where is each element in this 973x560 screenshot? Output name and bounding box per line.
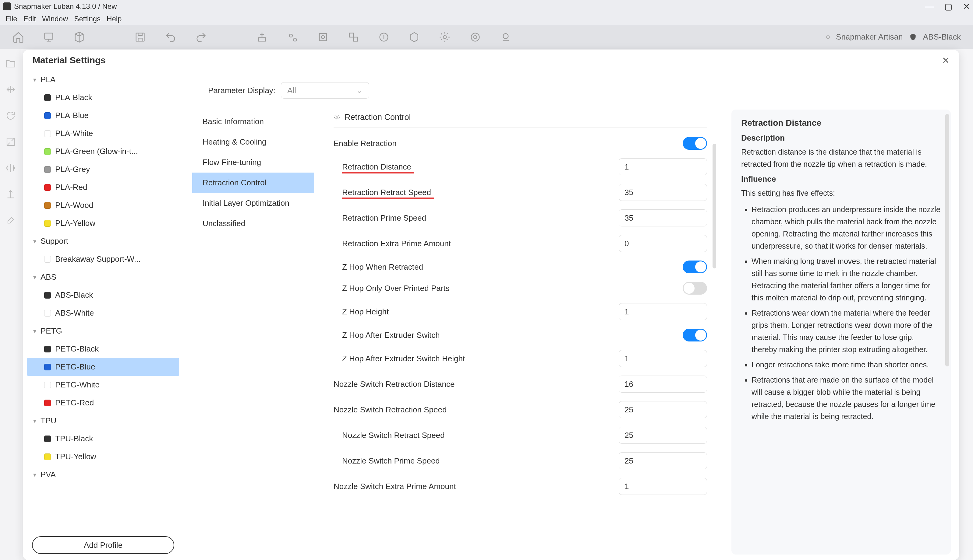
number-field[interactable] <box>625 239 716 248</box>
number-field[interactable] <box>625 354 716 363</box>
close-button[interactable]: ✕ <box>963 2 970 12</box>
arrange-icon[interactable] <box>347 31 359 43</box>
category-item[interactable]: Heating & Cooling <box>192 132 314 152</box>
number-field[interactable] <box>625 380 716 389</box>
toggle[interactable] <box>683 137 707 150</box>
toggle[interactable] <box>683 329 707 342</box>
add-shape-icon[interactable] <box>256 31 268 43</box>
folder-icon[interactable] <box>5 58 16 69</box>
desc-heading-influence: Influence <box>741 174 941 184</box>
menu-help[interactable]: Help <box>107 15 122 23</box>
tree-item[interactable]: ABS-Black <box>27 286 179 304</box>
number-input[interactable]: mm3 <box>619 478 707 495</box>
number-input[interactable]: mm/s <box>619 427 707 444</box>
desc-scrollbar[interactable] <box>945 114 949 550</box>
maximize-button[interactable]: ▢ <box>945 2 952 12</box>
toggle[interactable] <box>683 282 707 295</box>
undo-icon[interactable] <box>164 31 177 43</box>
toggle[interactable] <box>683 260 707 273</box>
menu-edit[interactable]: Edit <box>23 15 36 23</box>
number-field[interactable] <box>625 162 716 172</box>
tree-item[interactable]: PLA-Green (Glow-in-t... <box>27 142 179 160</box>
tree-item[interactable]: PLA-Red <box>27 178 179 196</box>
tree-item[interactable]: PETG-Red <box>27 394 179 412</box>
tree-item[interactable]: Breakaway Support-W... <box>27 250 179 268</box>
number-field[interactable] <box>625 456 716 466</box>
redo-icon[interactable] <box>195 31 207 43</box>
minimize-button[interactable]: — <box>925 2 934 12</box>
camera-icon[interactable] <box>500 31 512 43</box>
mirror-bg-icon[interactable] <box>5 163 16 173</box>
number-field[interactable] <box>625 405 716 415</box>
tree-item[interactable]: PLA-Grey <box>27 160 179 178</box>
tree-item[interactable]: TPU-Yellow <box>27 448 179 466</box>
gears-icon[interactable] <box>286 31 299 43</box>
category-item[interactable]: Unclassified <box>192 213 314 234</box>
scale-bg-icon[interactable] <box>5 137 16 147</box>
settings-scrollbar[interactable] <box>712 122 716 554</box>
number-input[interactable]: mm3 <box>619 235 707 252</box>
category-list: Basic InformationHeating & CoolingFlow F… <box>192 104 314 560</box>
category-item[interactable]: Initial Layer Optimization <box>192 193 314 213</box>
number-field[interactable] <box>625 431 716 440</box>
tree-item-label: TPU-Yellow <box>55 452 96 462</box>
tree-item[interactable]: PETG-Black <box>27 340 179 358</box>
tree-item[interactable]: PETG-Blue <box>27 358 179 376</box>
tree-group-pva[interactable]: ▾PVA <box>27 466 179 483</box>
effect-item: Retractions that are made on the surface… <box>752 374 941 422</box>
printer-name[interactable]: Snapmaker Artisan <box>836 32 903 42</box>
number-field[interactable] <box>625 188 716 197</box>
number-input[interactable]: mm/s <box>619 452 707 469</box>
add-profile-button[interactable]: Add Profile <box>32 536 174 554</box>
category-item[interactable]: Basic Information <box>192 112 314 132</box>
status-dot-icon <box>826 35 830 39</box>
rotate-bg-icon[interactable] <box>5 110 16 121</box>
category-item[interactable]: Retraction Control <box>192 173 314 193</box>
param-display-select[interactable]: All ⌄ <box>281 82 369 98</box>
app-title: Snapmaker Luban 4.13.0 / New <box>14 2 117 11</box>
number-input[interactable]: mm <box>619 375 707 393</box>
tree-group-tpu[interactable]: ▾TPU <box>27 412 179 430</box>
menu-settings[interactable]: Settings <box>74 15 100 23</box>
workspace-icon[interactable] <box>43 31 55 43</box>
settings-gear-icon[interactable] <box>439 31 451 43</box>
tree-item[interactable]: PLA-Wood <box>27 196 179 214</box>
tree-group-pla[interactable]: ▾PLA <box>27 71 179 88</box>
setting-label: Nozzle Switch Retraction Speed <box>334 405 446 415</box>
number-field[interactable] <box>625 482 716 491</box>
coin-icon[interactable] <box>378 31 390 43</box>
tree-group-support[interactable]: ▾Support <box>27 232 179 250</box>
tree-group-petg[interactable]: ▾PETG <box>27 322 179 340</box>
category-item[interactable]: Flow Fine-tuning <box>192 152 314 173</box>
tree-item[interactable]: PLA-White <box>27 125 179 142</box>
tree-item[interactable]: ABS-White <box>27 304 179 322</box>
number-input[interactable]: mm <box>619 350 707 367</box>
hex-icon[interactable] <box>408 31 420 43</box>
tree-item[interactable]: PLA-Blue <box>27 107 179 125</box>
save-icon[interactable] <box>134 31 146 43</box>
tree-item[interactable]: PLA-Black <box>27 88 179 107</box>
number-field[interactable] <box>625 213 716 223</box>
material-name[interactable]: ABS-Black <box>923 32 961 42</box>
modal-close-button[interactable]: ✕ <box>942 55 950 66</box>
model-icon[interactable] <box>73 31 85 43</box>
menu-window[interactable]: Window <box>42 15 68 23</box>
home-icon[interactable] <box>12 31 24 43</box>
number-field[interactable] <box>625 307 716 317</box>
menu-file[interactable]: File <box>5 15 17 23</box>
target-icon[interactable] <box>469 31 481 43</box>
tree-item[interactable]: PETG-White <box>27 376 179 394</box>
number-input[interactable]: mm <box>619 158 707 175</box>
caret-down-icon: ▾ <box>33 76 36 83</box>
tree-item[interactable]: TPU-Black <box>27 430 179 448</box>
number-input[interactable]: mm/s <box>619 401 707 418</box>
frame-icon[interactable] <box>317 31 329 43</box>
tree-item[interactable]: PLA-Yellow <box>27 214 179 232</box>
number-input[interactable]: mm <box>619 303 707 320</box>
brush-bg-icon[interactable] <box>5 215 16 226</box>
support-bg-icon[interactable] <box>5 189 16 200</box>
move-icon[interactable] <box>5 84 16 95</box>
number-input[interactable]: mm/s <box>619 184 707 201</box>
tree-group-abs[interactable]: ▾ABS <box>27 268 179 286</box>
number-input[interactable]: mm/s <box>619 209 707 227</box>
